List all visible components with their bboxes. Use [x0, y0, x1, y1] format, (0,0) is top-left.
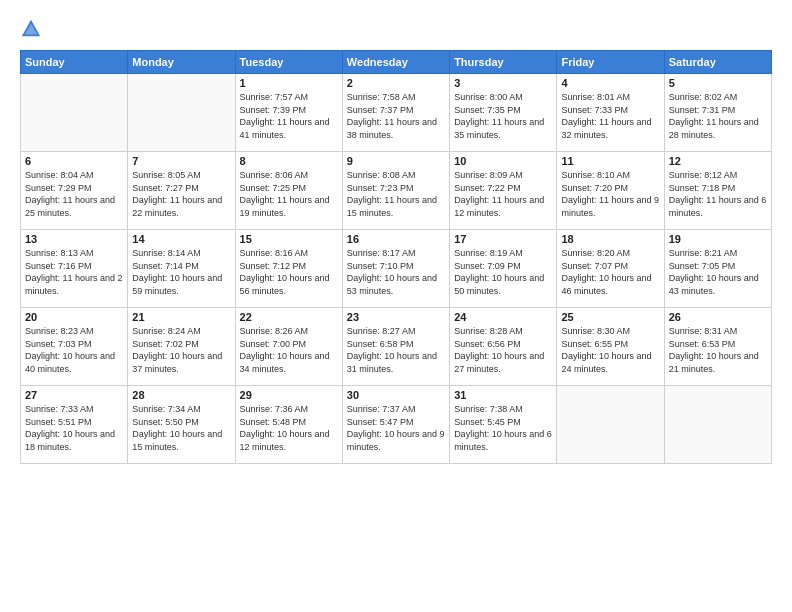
- cell-info: Sunrise: 8:10 AMSunset: 7:20 PMDaylight:…: [561, 169, 659, 219]
- calendar-cell: 20Sunrise: 8:23 AMSunset: 7:03 PMDayligh…: [21, 308, 128, 386]
- cell-info: Sunrise: 8:02 AMSunset: 7:31 PMDaylight:…: [669, 91, 767, 141]
- day-number: 16: [347, 233, 445, 245]
- calendar-cell: 9Sunrise: 8:08 AMSunset: 7:23 PMDaylight…: [342, 152, 449, 230]
- cell-info: Sunrise: 8:23 AMSunset: 7:03 PMDaylight:…: [25, 325, 123, 375]
- calendar-cell: 8Sunrise: 8:06 AMSunset: 7:25 PMDaylight…: [235, 152, 342, 230]
- calendar-cell: 17Sunrise: 8:19 AMSunset: 7:09 PMDayligh…: [450, 230, 557, 308]
- day-number: 2: [347, 77, 445, 89]
- cell-info: Sunrise: 8:01 AMSunset: 7:33 PMDaylight:…: [561, 91, 659, 141]
- day-number: 11: [561, 155, 659, 167]
- calendar-cell: 13Sunrise: 8:13 AMSunset: 7:16 PMDayligh…: [21, 230, 128, 308]
- calendar-cell: 30Sunrise: 7:37 AMSunset: 5:47 PMDayligh…: [342, 386, 449, 464]
- day-number: 22: [240, 311, 338, 323]
- cell-info: Sunrise: 8:28 AMSunset: 6:56 PMDaylight:…: [454, 325, 552, 375]
- day-number: 31: [454, 389, 552, 401]
- calendar-table: SundayMondayTuesdayWednesdayThursdayFrid…: [20, 50, 772, 464]
- cell-info: Sunrise: 7:57 AMSunset: 7:39 PMDaylight:…: [240, 91, 338, 141]
- calendar-cell: 27Sunrise: 7:33 AMSunset: 5:51 PMDayligh…: [21, 386, 128, 464]
- calendar-cell: [128, 74, 235, 152]
- day-number: 14: [132, 233, 230, 245]
- cell-info: Sunrise: 8:20 AMSunset: 7:07 PMDaylight:…: [561, 247, 659, 297]
- cell-info: Sunrise: 8:27 AMSunset: 6:58 PMDaylight:…: [347, 325, 445, 375]
- week-row-0: 1Sunrise: 7:57 AMSunset: 7:39 PMDaylight…: [21, 74, 772, 152]
- day-header-tuesday: Tuesday: [235, 51, 342, 74]
- calendar-cell: 29Sunrise: 7:36 AMSunset: 5:48 PMDayligh…: [235, 386, 342, 464]
- header: [20, 18, 772, 40]
- day-number: 12: [669, 155, 767, 167]
- calendar-cell: [664, 386, 771, 464]
- day-number: 30: [347, 389, 445, 401]
- day-number: 13: [25, 233, 123, 245]
- week-row-4: 27Sunrise: 7:33 AMSunset: 5:51 PMDayligh…: [21, 386, 772, 464]
- calendar-cell: 5Sunrise: 8:02 AMSunset: 7:31 PMDaylight…: [664, 74, 771, 152]
- day-header-saturday: Saturday: [664, 51, 771, 74]
- calendar-cell: 21Sunrise: 8:24 AMSunset: 7:02 PMDayligh…: [128, 308, 235, 386]
- day-number: 19: [669, 233, 767, 245]
- cell-info: Sunrise: 8:24 AMSunset: 7:02 PMDaylight:…: [132, 325, 230, 375]
- day-number: 20: [25, 311, 123, 323]
- day-header-wednesday: Wednesday: [342, 51, 449, 74]
- day-number: 26: [669, 311, 767, 323]
- calendar-cell: 23Sunrise: 8:27 AMSunset: 6:58 PMDayligh…: [342, 308, 449, 386]
- day-number: 7: [132, 155, 230, 167]
- calendar-cell: 1Sunrise: 7:57 AMSunset: 7:39 PMDaylight…: [235, 74, 342, 152]
- cell-info: Sunrise: 8:13 AMSunset: 7:16 PMDaylight:…: [25, 247, 123, 297]
- calendar-cell: 6Sunrise: 8:04 AMSunset: 7:29 PMDaylight…: [21, 152, 128, 230]
- calendar-cell: 14Sunrise: 8:14 AMSunset: 7:14 PMDayligh…: [128, 230, 235, 308]
- day-number: 23: [347, 311, 445, 323]
- calendar-cell: 7Sunrise: 8:05 AMSunset: 7:27 PMDaylight…: [128, 152, 235, 230]
- logo-icon: [20, 18, 42, 40]
- calendar-cell: 12Sunrise: 8:12 AMSunset: 7:18 PMDayligh…: [664, 152, 771, 230]
- cell-info: Sunrise: 8:19 AMSunset: 7:09 PMDaylight:…: [454, 247, 552, 297]
- day-number: 18: [561, 233, 659, 245]
- cell-info: Sunrise: 8:00 AMSunset: 7:35 PMDaylight:…: [454, 91, 552, 141]
- day-number: 6: [25, 155, 123, 167]
- cell-info: Sunrise: 8:16 AMSunset: 7:12 PMDaylight:…: [240, 247, 338, 297]
- day-number: 1: [240, 77, 338, 89]
- calendar-cell: 24Sunrise: 8:28 AMSunset: 6:56 PMDayligh…: [450, 308, 557, 386]
- day-number: 5: [669, 77, 767, 89]
- day-number: 9: [347, 155, 445, 167]
- cell-info: Sunrise: 8:08 AMSunset: 7:23 PMDaylight:…: [347, 169, 445, 219]
- day-number: 27: [25, 389, 123, 401]
- day-number: 15: [240, 233, 338, 245]
- calendar-cell: 22Sunrise: 8:26 AMSunset: 7:00 PMDayligh…: [235, 308, 342, 386]
- calendar-cell: 2Sunrise: 7:58 AMSunset: 7:37 PMDaylight…: [342, 74, 449, 152]
- cell-info: Sunrise: 8:09 AMSunset: 7:22 PMDaylight:…: [454, 169, 552, 219]
- cell-info: Sunrise: 8:30 AMSunset: 6:55 PMDaylight:…: [561, 325, 659, 375]
- calendar-cell: 4Sunrise: 8:01 AMSunset: 7:33 PMDaylight…: [557, 74, 664, 152]
- day-number: 25: [561, 311, 659, 323]
- week-row-1: 6Sunrise: 8:04 AMSunset: 7:29 PMDaylight…: [21, 152, 772, 230]
- calendar-cell: 25Sunrise: 8:30 AMSunset: 6:55 PMDayligh…: [557, 308, 664, 386]
- page: SundayMondayTuesdayWednesdayThursdayFrid…: [0, 0, 792, 612]
- cell-info: Sunrise: 8:17 AMSunset: 7:10 PMDaylight:…: [347, 247, 445, 297]
- calendar-cell: 31Sunrise: 7:38 AMSunset: 5:45 PMDayligh…: [450, 386, 557, 464]
- cell-info: Sunrise: 8:05 AMSunset: 7:27 PMDaylight:…: [132, 169, 230, 219]
- calendar-cell: 18Sunrise: 8:20 AMSunset: 7:07 PMDayligh…: [557, 230, 664, 308]
- day-number: 10: [454, 155, 552, 167]
- calendar-cell: 19Sunrise: 8:21 AMSunset: 7:05 PMDayligh…: [664, 230, 771, 308]
- calendar-cell: 28Sunrise: 7:34 AMSunset: 5:50 PMDayligh…: [128, 386, 235, 464]
- cell-info: Sunrise: 7:58 AMSunset: 7:37 PMDaylight:…: [347, 91, 445, 141]
- week-row-2: 13Sunrise: 8:13 AMSunset: 7:16 PMDayligh…: [21, 230, 772, 308]
- cell-info: Sunrise: 8:26 AMSunset: 7:00 PMDaylight:…: [240, 325, 338, 375]
- cell-info: Sunrise: 7:37 AMSunset: 5:47 PMDaylight:…: [347, 403, 445, 453]
- day-header-monday: Monday: [128, 51, 235, 74]
- calendar-cell: 15Sunrise: 8:16 AMSunset: 7:12 PMDayligh…: [235, 230, 342, 308]
- calendar-cell: 26Sunrise: 8:31 AMSunset: 6:53 PMDayligh…: [664, 308, 771, 386]
- cell-info: Sunrise: 7:38 AMSunset: 5:45 PMDaylight:…: [454, 403, 552, 453]
- day-number: 17: [454, 233, 552, 245]
- cell-info: Sunrise: 8:12 AMSunset: 7:18 PMDaylight:…: [669, 169, 767, 219]
- calendar-cell: 11Sunrise: 8:10 AMSunset: 7:20 PMDayligh…: [557, 152, 664, 230]
- cell-info: Sunrise: 8:21 AMSunset: 7:05 PMDaylight:…: [669, 247, 767, 297]
- day-number: 4: [561, 77, 659, 89]
- cell-info: Sunrise: 8:06 AMSunset: 7:25 PMDaylight:…: [240, 169, 338, 219]
- calendar-cell: 10Sunrise: 8:09 AMSunset: 7:22 PMDayligh…: [450, 152, 557, 230]
- logo: [20, 18, 46, 40]
- day-number: 3: [454, 77, 552, 89]
- day-number: 29: [240, 389, 338, 401]
- calendar-cell: [21, 74, 128, 152]
- cell-info: Sunrise: 8:14 AMSunset: 7:14 PMDaylight:…: [132, 247, 230, 297]
- day-number: 21: [132, 311, 230, 323]
- day-header-sunday: Sunday: [21, 51, 128, 74]
